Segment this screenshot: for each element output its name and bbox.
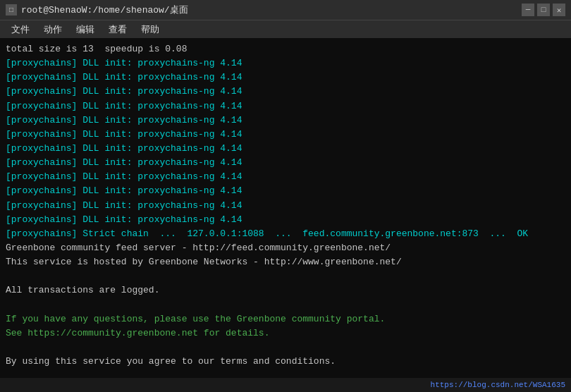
line-agree: By using this service you agree to our t… (6, 355, 565, 369)
line-5: [proxychains] DLL init: proxychains-ng 4… (6, 99, 565, 114)
menu-view[interactable]: 查看 (103, 22, 133, 37)
menu-bar: 文件 动作 编辑 查看 帮助 (0, 20, 571, 38)
maximize-button[interactable]: □ (537, 4, 550, 16)
footer-bar: https://blog.csdn.net/WSA1635 (0, 378, 571, 392)
line-12: [proxychains] DLL init: proxychains-ng 4… (6, 199, 565, 213)
close-button[interactable]: ✕ (553, 4, 565, 16)
line-greenbone-feed: Greenbone community feed server - http:/… (6, 241, 565, 255)
line-7: [proxychains] DLL init: proxychains-ng 4… (6, 128, 565, 142)
menu-action[interactable]: 动作 (38, 22, 68, 37)
line-13: [proxychains] DLL init: proxychains-ng 4… (6, 213, 565, 227)
line-11: [proxychains] DLL init: proxychains-ng 4… (6, 184, 565, 198)
menu-file[interactable]: 文件 (6, 22, 35, 37)
line-3: [proxychains] DLL init: proxychains-ng 4… (6, 71, 565, 85)
line-6: [proxychains] DLL init: proxychains-ng 4… (6, 114, 565, 128)
line-2: [proxychains] DLL init: proxychains-ng 4… (6, 56, 565, 71)
line-blank-2 (6, 298, 565, 312)
title-bar-left: □ root@ShenaoW:/home/shenaow/桌面 (6, 4, 188, 16)
line-strict-chain: [proxychains] Strict chain ... 127.0.0.1… (6, 227, 565, 241)
terminal-window: □ root@ShenaoW:/home/shenaow/桌面 ─ □ ✕ 文件… (0, 0, 571, 392)
line-4: [proxychains] DLL init: proxychains-ng 4… (6, 85, 565, 99)
line-questions: If you have any questions, please use th… (6, 312, 565, 326)
line-8: [proxychains] DLL init: proxychains-ng 4… (6, 142, 565, 156)
menu-edit[interactable]: 编辑 (70, 22, 100, 37)
minimize-button[interactable]: ─ (522, 4, 534, 16)
terminal-output: total size is 13 speedup is 0.08 [proxyc… (0, 38, 571, 378)
line-hosted-by: This service is hosted by Greenbone Netw… (6, 255, 565, 269)
line-9: [proxychains] DLL init: proxychains-ng 4… (6, 156, 565, 170)
line-1: total size is 13 speedup is 0.08 (6, 42, 565, 56)
window-controls: ─ □ ✕ (522, 4, 565, 16)
menu-help[interactable]: 帮助 (135, 22, 165, 37)
line-see-details: See https://community.greenbone.net for … (6, 326, 565, 341)
line-blank-3 (6, 341, 565, 355)
line-10: [proxychains] DLL init: proxychains-ng 4… (6, 170, 565, 184)
window-icon: □ (6, 4, 17, 16)
line-blank-4 (6, 369, 565, 378)
line-blank-1 (6, 269, 565, 283)
footer-link: https://blog.csdn.net/WSA1635 (431, 381, 565, 389)
title-bar: □ root@ShenaoW:/home/shenaow/桌面 ─ □ ✕ (0, 0, 571, 20)
window-title: root@ShenaoW:/home/shenaow/桌面 (21, 4, 188, 16)
line-transactions: All transactions are logged. (6, 283, 565, 298)
